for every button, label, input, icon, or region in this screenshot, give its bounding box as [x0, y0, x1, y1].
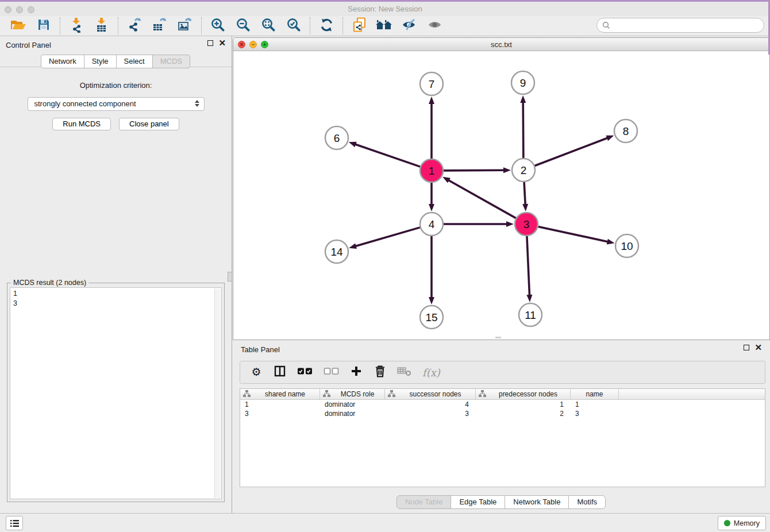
- memory-button[interactable]: Memory: [718, 516, 766, 530]
- edge-arrowhead-3-1: [442, 177, 451, 183]
- export-network-button[interactable]: [124, 17, 145, 34]
- export-image-button[interactable]: [174, 17, 196, 34]
- canvas-resize-grip[interactable]: [495, 337, 501, 338]
- first-neighbors-icon: [375, 18, 394, 34]
- tab-network[interactable]: Network: [41, 55, 84, 68]
- function-builder-icon: f(x): [422, 367, 440, 379]
- edge-arrowhead-3-10: [607, 239, 615, 245]
- node-label-15: 15: [425, 311, 437, 323]
- export-table-button[interactable]: [149, 17, 171, 34]
- close-panel-icon[interactable]: ✕: [218, 40, 226, 46]
- tree-sort-icon: [320, 390, 330, 399]
- tab-style[interactable]: Style: [84, 55, 117, 68]
- float-panel-icon[interactable]: [207, 40, 213, 46]
- edge-2-3[interactable]: [524, 182, 525, 205]
- cell-MCDS-role[interactable]: dominator: [320, 410, 385, 418]
- tree-sort-icon: [476, 390, 486, 399]
- run-mcds-button[interactable]: Run MCDS: [52, 118, 111, 130]
- result-scrollbar[interactable]: [214, 288, 221, 498]
- select-all-checkboxes-button[interactable]: [297, 367, 313, 377]
- edge-2-9[interactable]: [523, 102, 523, 158]
- edge-4-14[interactable]: [355, 228, 420, 246]
- cell-shared-name[interactable]: 1: [240, 400, 320, 408]
- tab-node-table[interactable]: Node Table: [396, 495, 452, 509]
- node-table: shared nameMCDS rolesuccessor nodesprede…: [240, 388, 765, 487]
- cell-predecessor-nodes[interactable]: 1: [476, 400, 571, 408]
- edge-3-1[interactable]: [448, 180, 516, 218]
- table-panel-title: Table Panel: [241, 345, 280, 354]
- delete-table-button: [397, 367, 411, 379]
- edge-1-6[interactable]: [355, 144, 420, 167]
- network-window-titlebar[interactable]: × – + scc.txt: [233, 38, 769, 51]
- close-panel-button[interactable]: Close panel: [119, 118, 179, 130]
- tab-network-table[interactable]: Network Table: [505, 495, 569, 509]
- edge-arrowhead-4-14: [349, 243, 357, 249]
- zoom-selected-icon: [286, 17, 302, 35]
- edge-arrowhead-2-8: [606, 136, 614, 141]
- cell-name[interactable]: 3: [571, 410, 619, 418]
- cell-name[interactable]: 1: [571, 400, 619, 408]
- network-canvas[interactable]: 7968124314101511: [233, 51, 769, 340]
- edge-2-8[interactable]: [535, 138, 609, 166]
- split-columns-button[interactable]: [274, 365, 286, 379]
- mcds-result-line: 3: [13, 299, 218, 309]
- settings-gear-button[interactable]: ⚙: [250, 367, 263, 378]
- show-all-button[interactable]: [424, 17, 446, 34]
- zoom-selected-button[interactable]: [283, 17, 305, 34]
- edge-arrowhead-4-3: [506, 221, 514, 227]
- zoom-fit-button[interactable]: [257, 17, 279, 34]
- refresh-layout-button[interactable]: [315, 17, 337, 34]
- zoom-out-button[interactable]: [232, 17, 254, 34]
- column-header-predecessor-nodes[interactable]: predecessor nodes: [476, 389, 571, 399]
- edge-3-11[interactable]: [527, 236, 530, 296]
- add-column-icon: [351, 365, 362, 379]
- tab-motifs[interactable]: Motifs: [568, 495, 606, 509]
- delete-column-button[interactable]: [374, 365, 386, 380]
- cell-MCDS-role[interactable]: dominator: [320, 400, 385, 408]
- duplicate-network-button[interactable]: [348, 17, 370, 34]
- tab-mcds[interactable]: MCDS: [152, 55, 190, 68]
- tab-edge-table[interactable]: Edge Table: [451, 495, 505, 509]
- table-row[interactable]: 1dominator411: [240, 400, 765, 409]
- mcds-result-textarea[interactable]: 13: [10, 287, 222, 499]
- close-table-panel-icon[interactable]: ✕: [754, 345, 762, 350]
- node-label-7: 7: [429, 78, 435, 90]
- column-header-shared-name[interactable]: shared name: [240, 389, 320, 399]
- cell-predecessor-nodes[interactable]: 2: [476, 410, 571, 418]
- add-column-button[interactable]: [350, 365, 363, 379]
- import-table-button[interactable]: [91, 17, 113, 34]
- column-header-successor-nodes[interactable]: successor nodes: [385, 389, 476, 399]
- status-bar: Memory: [0, 513, 770, 532]
- network-view-window: × – + scc.txt 7968124314101511: [233, 37, 770, 340]
- criterion-dropdown[interactable]: strongly connected component: [28, 97, 205, 111]
- column-header-name[interactable]: name: [571, 389, 619, 399]
- float-table-panel-icon[interactable]: [744, 345, 749, 350]
- panel-divider-grip[interactable]: [228, 272, 232, 282]
- column-header-MCDS-role[interactable]: MCDS role: [320, 389, 385, 399]
- save-session-button[interactable]: [33, 17, 55, 34]
- cell-successor-nodes[interactable]: 3: [385, 410, 476, 418]
- hide-selected-button[interactable]: [399, 17, 421, 34]
- node-label-9: 9: [520, 77, 526, 89]
- cell-successor-nodes[interactable]: 4: [385, 400, 476, 408]
- import-table-icon: [95, 17, 109, 35]
- cell-shared-name[interactable]: 3: [240, 410, 320, 418]
- search-field[interactable]: [596, 18, 764, 33]
- edge-arrowhead-1-4: [429, 204, 434, 211]
- node-label-10: 10: [621, 240, 633, 252]
- search-input[interactable]: [613, 21, 764, 30]
- control-panel-title: Control Panel: [6, 41, 51, 49]
- edge-3-10[interactable]: [538, 226, 609, 242]
- window-title: Session: New Session: [0, 5, 770, 13]
- first-neighbors-button[interactable]: [374, 17, 395, 34]
- import-network-button[interactable]: [66, 17, 87, 34]
- zoom-in-button[interactable]: [207, 17, 229, 34]
- table-row[interactable]: 3dominator323: [240, 409, 765, 418]
- task-history-button[interactable]: [6, 516, 23, 530]
- open-session-button[interactable]: [7, 17, 29, 34]
- edge-1-2[interactable]: [444, 170, 505, 171]
- dropdown-spinner-icon: [195, 100, 199, 107]
- hide-selected-icon: [402, 18, 418, 34]
- tab-select[interactable]: Select: [116, 55, 153, 68]
- deselect-all-checkboxes-button[interactable]: [324, 367, 339, 377]
